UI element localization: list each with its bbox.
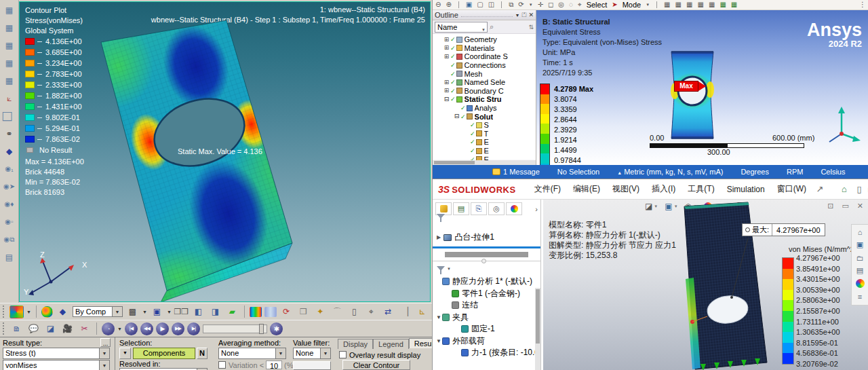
- isometric-cube-icon[interactable]: ▣: [466, 1, 472, 8]
- expand-panel-chevron-icon[interactable]: ›: [535, 205, 538, 213]
- window-menu-icon[interactable]: ▼: [515, 13, 520, 18]
- outline-item-geometry[interactable]: ⊞Geometry: [437, 35, 536, 44]
- outline-item-static-structural[interactable]: ⊟Static Stru: [437, 95, 536, 104]
- results-table-icon[interactable]: ▦: [3, 4, 16, 16]
- animation-clock-button[interactable]: ◔: [102, 322, 115, 335]
- query-table-icon[interactable]: ▦: [3, 75, 16, 86]
- mechanical-viewport[interactable]: B: Static Structural Equivalent Stress T…: [536, 10, 868, 165]
- tracking-icon[interactable]: ⌖: [364, 306, 378, 318]
- clear-contour-button[interactable]: Clear Contour: [342, 360, 410, 370]
- shaded-dropdown-arrow-icon[interactable]: ▼: [167, 310, 172, 314]
- solidworks-viewport[interactable]: ◪▼ ▣▼ ◉▼ ▼ ▨▼ ⃞▼ ⊡ ▭ ✕ 模型名称: 零件1 算例名称: 静…: [543, 200, 868, 370]
- green-part-icon[interactable]: ▰: [225, 306, 239, 318]
- outline-item-result-3[interactable]: E: [437, 147, 536, 155]
- propertymanager-tab[interactable]: ▤: [453, 202, 469, 215]
- view-palette-icon[interactable]: ▤: [854, 265, 866, 276]
- notes-page-icon[interactable]: ▯: [347, 306, 361, 318]
- expand-collapse-icon[interactable]: ⇅: [528, 24, 534, 31]
- messages-status[interactable]: 1 Message: [492, 168, 540, 176]
- select-label[interactable]: Select: [587, 1, 608, 9]
- entity-append-button[interactable]: N: [197, 348, 208, 359]
- rotate-icon[interactable]: ⟳: [518, 1, 524, 8]
- mirror-right-icon[interactable]: ◨: [208, 306, 222, 318]
- contour-bands-icon[interactable]: [250, 307, 262, 317]
- contour-dropdown-arrow-icon[interactable]: ▼: [26, 310, 31, 314]
- exchange-arrows-icon[interactable]: ⇄: [381, 306, 395, 318]
- menu-simulation[interactable]: Simulation: [727, 185, 765, 194]
- outline-item-solution[interactable]: ⊟Solut: [437, 112, 536, 121]
- tab-display[interactable]: Display: [338, 339, 373, 349]
- doc-close-icon[interactable]: ✕: [857, 202, 863, 210]
- tree-vertical-scrollbar[interactable]: [535, 288, 540, 370]
- tab-legend[interactable]: Legend: [373, 339, 409, 349]
- toolbar-overflow-icon[interactable]: ⋮: [859, 1, 866, 8]
- outline-item-named-selections[interactable]: ⊞Named Sele: [437, 78, 536, 87]
- eye-cursor-icon[interactable]: ◉➤: [3, 181, 16, 192]
- angle-unit-menu[interactable]: Degrees: [741, 168, 769, 176]
- outline-item-result-2[interactable]: E: [437, 138, 536, 147]
- outline-item-coordinate-systems[interactable]: ⊞Coordinate S: [437, 52, 536, 61]
- pin-menu-icon[interactable]: ↗: [812, 184, 827, 194]
- outline-item-boundary-conditions[interactable]: ⊞Boundary C: [437, 87, 536, 96]
- equivalent-stress-model[interactable]: [662, 48, 723, 143]
- menu-edit[interactable]: 编辑(E): [573, 183, 600, 195]
- appearances-scenes-icon[interactable]: [854, 278, 866, 289]
- splitter-drag-bar[interactable]: [445, 252, 528, 257]
- variation-checkbox[interactable]: [218, 361, 226, 369]
- menu-tools[interactable]: 工具(T): [688, 183, 714, 195]
- splitter-handle[interactable]: [481, 259, 486, 263]
- search-icon[interactable]: ⌕: [490, 22, 494, 31]
- doc-minimize-icon[interactable]: ▭: [842, 202, 848, 210]
- custom-properties-icon[interactable]: ≡: [854, 291, 866, 301]
- by-comp-select[interactable]: By Comp: [73, 306, 123, 317]
- new-document-icon[interactable]: ▯: [852, 184, 867, 194]
- animation-settings-button[interactable]: ✱: [270, 322, 283, 335]
- animation-slider[interactable]: [203, 325, 267, 333]
- toolbar-handle[interactable]: [3, 322, 5, 335]
- home-tab-icon[interactable]: ⌂: [854, 227, 866, 237]
- design-library-icon[interactable]: ▣: [854, 240, 866, 250]
- doc-restore-icon[interactable]: ⊡: [827, 202, 833, 210]
- clock-dropdown-arrow-icon[interactable]: ▼: [117, 327, 122, 331]
- components-collector-button[interactable]: Components: [133, 348, 195, 359]
- temp-unit-menu[interactable]: Celsius: [821, 168, 845, 176]
- iso-surface-icon[interactable]: [264, 307, 277, 317]
- menu-insert[interactable]: 插入(I): [652, 183, 675, 195]
- mode-label[interactable]: Mode: [623, 1, 642, 9]
- value-filter-select[interactable]: None: [293, 348, 331, 359]
- study-item-fixtures[interactable]: ▼夹具: [435, 312, 540, 324]
- variation-input[interactable]: 10: [266, 360, 282, 369]
- outline-item-result-1[interactable]: T: [437, 130, 536, 138]
- outline-horizontal-scrollbar[interactable]: [433, 160, 536, 165]
- study-filter-funnel-icon[interactable]: [437, 266, 445, 271]
- spheres-icon[interactable]: ⚭: [3, 128, 16, 139]
- more-results-button[interactable]: ...: [100, 338, 111, 347]
- cube-menu-icon[interactable]: ◆: [3, 145, 16, 157]
- tab-result[interactable]: Result: [409, 338, 432, 348]
- expand-arrow-icon[interactable]: ▶: [437, 234, 441, 240]
- eye-entity-icon[interactable]: ◉₁: [3, 163, 16, 174]
- mesh-cube-icon[interactable]: ▩: [125, 306, 140, 318]
- pan-icon[interactable]: ✛: [538, 1, 543, 8]
- tensor-icon[interactable]: ✦: [313, 306, 328, 318]
- eye-sets-icon[interactable]: ◉▫: [3, 216, 16, 227]
- averaging-method-select[interactable]: None: [218, 348, 286, 359]
- zoom-box-icon[interactable]: ◻: [548, 1, 553, 8]
- hyperview-viewport[interactable]: Contour Plot Stress(vonMises) Global Sys…: [19, 1, 431, 302]
- mirror-left-icon[interactable]: ◧: [191, 306, 205, 318]
- table-icon-4[interactable]: ▦: [697, 1, 703, 8]
- outline-item-materials[interactable]: ⊞Materials: [437, 44, 536, 53]
- outline-item-connections[interactable]: Connections: [437, 61, 536, 70]
- shaded-cube-icon[interactable]: ▣: [150, 306, 164, 318]
- section-cut-icon[interactable]: ◪: [43, 322, 58, 335]
- result-type-select[interactable]: Stress (t): [3, 348, 110, 359]
- summary-table-icon[interactable]: ▦: [3, 22, 16, 33]
- value-filter-input[interactable]: [293, 361, 331, 370]
- pin-icon[interactable]: ⏍: [522, 12, 527, 19]
- eye-groups-icon[interactable]: ◉⧉: [3, 234, 16, 245]
- section-view-icon[interactable]: ◪▼: [645, 202, 658, 211]
- menu-view[interactable]: 视图(V): [612, 183, 639, 195]
- table-icon-7[interactable]: ▦: [731, 1, 737, 8]
- zoom-out-icon[interactable]: ⊖: [435, 1, 441, 8]
- measure-icon[interactable]: ⌒: [330, 306, 344, 318]
